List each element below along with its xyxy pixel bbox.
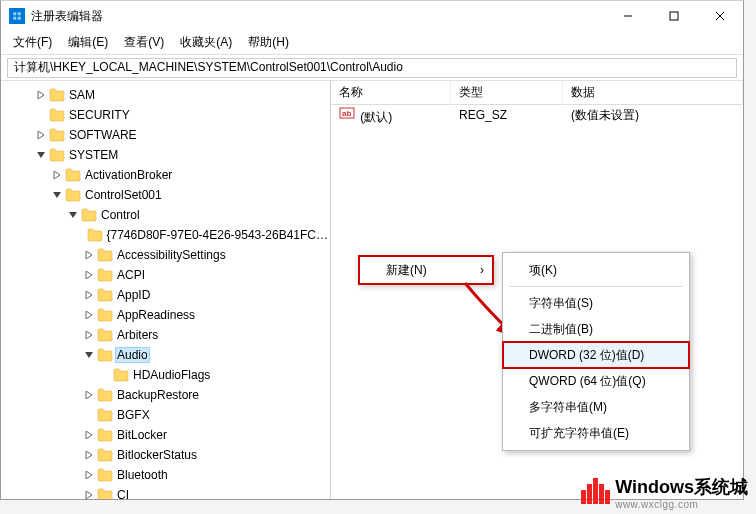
expand-icon[interactable] xyxy=(33,127,49,143)
tree-item[interactable]: AppID xyxy=(1,285,330,305)
svg-text:ab: ab xyxy=(342,109,351,118)
titlebar[interactable]: 注册表编辑器 xyxy=(1,1,743,31)
submenu-qword[interactable]: QWORD (64 位)值(Q) xyxy=(503,368,689,394)
tree-item-label: Control xyxy=(99,207,142,223)
folder-icon xyxy=(97,287,113,303)
expand-icon[interactable] xyxy=(49,167,65,183)
folder-icon xyxy=(65,187,81,203)
expand-icon[interactable] xyxy=(81,307,97,323)
expand-icon[interactable] xyxy=(81,287,97,303)
expand-icon[interactable] xyxy=(81,487,97,499)
tree-item-label: ActivationBroker xyxy=(83,167,174,183)
column-data[interactable]: 数据 xyxy=(563,81,743,105)
submenu-string[interactable]: 字符串值(S) xyxy=(503,290,689,316)
expand-icon[interactable] xyxy=(81,247,97,263)
collapse-icon[interactable] xyxy=(33,147,49,163)
tree-item[interactable]: SECURITY xyxy=(1,105,330,125)
list-header: 名称 类型 数据 xyxy=(331,81,743,105)
submenu-multi[interactable]: 多字符串值(M) xyxy=(503,394,689,420)
expand-icon[interactable] xyxy=(81,387,97,403)
tree-item[interactable]: BitlockerStatus xyxy=(1,445,330,465)
tree-pane[interactable]: SAMSECURITYSOFTWARESYSTEMActivationBroke… xyxy=(1,81,331,499)
list-row[interactable]: ab (默认) REG_SZ (数值未设置) xyxy=(331,105,743,125)
column-name[interactable]: 名称 xyxy=(331,81,451,105)
tree-item[interactable]: HDAudioFlags xyxy=(1,365,330,385)
expand-icon[interactable] xyxy=(81,447,97,463)
no-expand xyxy=(81,407,97,423)
address-input[interactable] xyxy=(7,58,737,78)
watermark: Windows系统城 www.wxclgg.com xyxy=(581,475,748,510)
folder-icon xyxy=(97,387,113,403)
tree-item-label: HDAudioFlags xyxy=(131,367,212,383)
folder-icon xyxy=(49,87,65,103)
tree-item-label: CI xyxy=(115,487,131,499)
no-expand xyxy=(97,367,113,383)
expand-icon[interactable] xyxy=(81,267,97,283)
menu-edit[interactable]: 编辑(E) xyxy=(60,32,116,53)
tree-item[interactable]: AppReadiness xyxy=(1,305,330,325)
tree-item[interactable]: ACPI xyxy=(1,265,330,285)
tree-item[interactable]: CI xyxy=(1,485,330,499)
tree-item[interactable]: {7746D80F-97E0-4E26-9543-26B41FC… xyxy=(1,225,330,245)
tree-item[interactable]: AccessibilitySettings xyxy=(1,245,330,265)
collapse-icon[interactable] xyxy=(81,347,97,363)
tree-item-label: BitLocker xyxy=(115,427,169,443)
tree-item-label: ACPI xyxy=(115,267,147,283)
tree-item[interactable]: Control xyxy=(1,205,330,225)
svg-rect-2 xyxy=(18,12,21,15)
tree-item[interactable]: BackupRestore xyxy=(1,385,330,405)
column-type[interactable]: 类型 xyxy=(451,81,563,105)
tree-item[interactable]: BGFX xyxy=(1,405,330,425)
tree-item-label: AccessibilitySettings xyxy=(115,247,228,263)
close-button[interactable] xyxy=(697,1,743,31)
tree-item-label: SECURITY xyxy=(67,107,132,123)
folder-icon xyxy=(97,247,113,263)
tree-item-label: Bluetooth xyxy=(115,467,170,483)
watermark-title: Windows系统城 xyxy=(615,477,748,497)
menubar: 文件(F) 编辑(E) 查看(V) 收藏夹(A) 帮助(H) xyxy=(1,31,743,55)
tree-item[interactable]: SAM xyxy=(1,85,330,105)
context-menu: 新建(N) › xyxy=(358,255,494,285)
folder-icon xyxy=(97,487,113,499)
tree-item[interactable]: ActivationBroker xyxy=(1,165,330,185)
svg-rect-6 xyxy=(670,12,678,20)
menu-view[interactable]: 查看(V) xyxy=(116,32,172,53)
expand-icon[interactable] xyxy=(81,467,97,483)
submenu-expand[interactable]: 可扩充字符串值(E) xyxy=(503,420,689,446)
no-expand xyxy=(33,107,49,123)
folder-icon xyxy=(97,307,113,323)
watermark-logo-icon xyxy=(581,478,611,507)
tree-item[interactable]: ControlSet001 xyxy=(1,185,330,205)
tree-item-label: ControlSet001 xyxy=(83,187,164,203)
svg-rect-4 xyxy=(18,17,21,20)
tree-item[interactable]: Bluetooth xyxy=(1,465,330,485)
cell-name: ab (默认) xyxy=(331,103,451,128)
submenu-key[interactable]: 项(K) xyxy=(503,257,689,283)
folder-icon xyxy=(49,147,65,163)
tree-item[interactable]: BitLocker xyxy=(1,425,330,445)
tree-item[interactable]: SOFTWARE xyxy=(1,125,330,145)
maximize-button[interactable] xyxy=(651,1,697,31)
collapse-icon[interactable] xyxy=(65,207,81,223)
address-bar xyxy=(1,55,743,81)
cell-data: (数值未设置) xyxy=(563,105,743,126)
tree-item[interactable]: Audio xyxy=(1,345,330,365)
tree-item-label: Audio xyxy=(115,347,150,363)
context-menu-new[interactable]: 新建(N) › xyxy=(360,257,492,283)
menu-favorites[interactable]: 收藏夹(A) xyxy=(172,32,240,53)
expand-icon[interactable] xyxy=(81,327,97,343)
submenu-dword[interactable]: DWORD (32 位)值(D) xyxy=(503,342,689,368)
tree-item-label: AppReadiness xyxy=(115,307,197,323)
menu-help[interactable]: 帮助(H) xyxy=(240,32,297,53)
expand-icon[interactable] xyxy=(81,427,97,443)
tree-item[interactable]: Arbiters xyxy=(1,325,330,345)
folder-icon xyxy=(97,447,113,463)
minimize-button[interactable] xyxy=(605,1,651,31)
tree-item[interactable]: SYSTEM xyxy=(1,145,330,165)
tree-item-label: Arbiters xyxy=(115,327,160,343)
collapse-icon[interactable] xyxy=(49,187,65,203)
expand-icon[interactable] xyxy=(33,87,49,103)
tree-item-label: {7746D80F-97E0-4E26-9543-26B41FC… xyxy=(105,227,330,243)
menu-file[interactable]: 文件(F) xyxy=(5,32,60,53)
submenu-binary[interactable]: 二进制值(B) xyxy=(503,316,689,342)
